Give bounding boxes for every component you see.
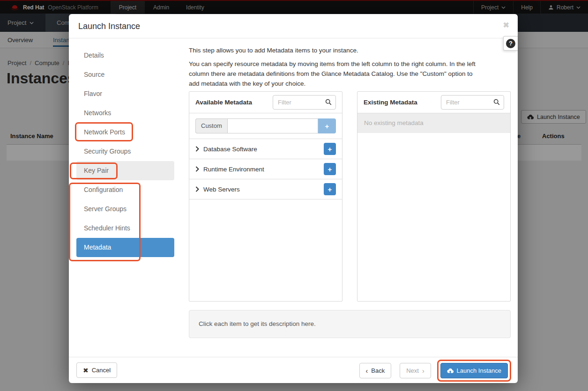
step-key-pair[interactable]: Key Pair — [76, 161, 174, 180]
step-networks[interactable]: Networks — [76, 103, 174, 123]
custom-label: Custom — [195, 118, 227, 133]
add-category-button[interactable]: + — [324, 163, 336, 175]
step-description-line2: You can specify resource metadata by mov… — [189, 59, 478, 89]
footer-right-buttons: ‹ Back Next › Launch Instance — [359, 360, 511, 382]
back-label: Back — [371, 367, 385, 374]
search-icon — [325, 99, 332, 105]
available-metadata-panel: Available Metadata Custom + Database So — [189, 91, 342, 302]
cancel-button[interactable]: ✖ Cancel — [76, 362, 117, 378]
chevron-right-icon — [195, 166, 199, 172]
no-existing-metadata-message: No existing metadata — [357, 113, 510, 133]
step-metadata[interactable]: Metadata — [76, 238, 174, 257]
modal-header: Launch Instance ✖ — [69, 14, 518, 38]
step-configuration[interactable]: Configuration — [76, 180, 174, 199]
plus-icon: + — [325, 122, 329, 130]
step-flavor[interactable]: Flavor — [76, 84, 174, 103]
add-category-button[interactable]: + — [324, 143, 336, 155]
cancel-label: Cancel — [92, 367, 111, 374]
chevron-right-icon — [195, 146, 199, 152]
available-filter — [273, 95, 336, 110]
add-custom-button[interactable]: + — [318, 118, 336, 133]
x-icon: ✖ — [83, 367, 89, 374]
available-metadata-title: Available Metadata — [195, 99, 252, 106]
category-database-software[interactable]: Database Software + — [189, 139, 342, 159]
existing-filter — [441, 95, 504, 110]
custom-key-input[interactable] — [227, 118, 318, 133]
step-scheduler-hints[interactable]: Scheduler Hints — [76, 219, 174, 238]
launch-instance-label: Launch Instance — [457, 367, 501, 374]
category-web-servers[interactable]: Web Servers + — [189, 179, 342, 199]
modal-footer: ✖ Cancel ‹ Back Next › Launch — [69, 357, 518, 383]
step-network-ports[interactable]: Network Ports — [76, 123, 174, 142]
search-icon — [493, 99, 500, 105]
step-server-groups[interactable]: Server Groups — [76, 199, 174, 219]
wizard-steps-sidebar: Details Source Flavor Networks Network P… — [76, 46, 174, 257]
screen: Red Hat OpenStack Platform Project Admin… — [0, 0, 588, 391]
plus-icon: + — [328, 145, 332, 153]
question-mark-icon: ? — [506, 39, 515, 48]
category-label: Runtime Environment — [203, 166, 264, 173]
available-metadata-header: Available Metadata — [189, 92, 342, 113]
step-description-line1: This step allows you to add Metadata ite… — [189, 47, 491, 54]
description-hint-box: Click each item to get its description h… — [189, 310, 511, 338]
launch-instance-button-modal[interactable]: Launch Instance — [440, 363, 508, 378]
step-security-groups[interactable]: Security Groups — [76, 142, 174, 161]
existing-metadata-panel: Existing Metadata No existing metadata — [357, 91, 511, 302]
category-label: Web Servers — [203, 186, 240, 193]
launch-instance-modal: Launch Instance ✖ ? Details Source Flavo… — [69, 14, 518, 383]
step-source[interactable]: Source — [76, 65, 174, 84]
chevron-right-icon — [195, 186, 199, 192]
step-details[interactable]: Details — [76, 46, 174, 65]
custom-metadata-row: Custom + — [195, 118, 336, 133]
annotation-box-launch-button: Launch Instance — [437, 360, 511, 382]
chevron-left-icon: ‹ — [366, 367, 368, 375]
category-runtime-environment[interactable]: Runtime Environment + — [189, 159, 342, 179]
plus-icon: + — [328, 165, 332, 173]
modal-title: Launch Instance — [78, 14, 140, 38]
chevron-right-icon: › — [422, 367, 424, 375]
next-label: Next — [406, 367, 419, 374]
existing-metadata-header: Existing Metadata — [357, 92, 510, 113]
category-label: Database Software — [203, 146, 257, 153]
add-category-button[interactable]: + — [324, 183, 336, 195]
next-button[interactable]: Next › — [400, 363, 431, 378]
back-button[interactable]: ‹ Back — [359, 363, 392, 378]
close-icon[interactable]: ✖ — [503, 22, 509, 29]
help-button[interactable]: ? — [503, 36, 518, 51]
cloud-upload-icon — [447, 368, 454, 373]
plus-icon: + — [328, 185, 332, 193]
existing-metadata-title: Existing Metadata — [364, 99, 417, 106]
